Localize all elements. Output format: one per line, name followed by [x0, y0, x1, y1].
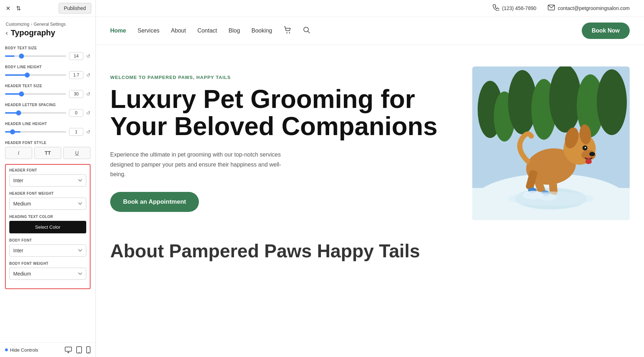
back-button[interactable]: ‹ [6, 29, 8, 37]
header-text-size-section: HEADER TEXT SIZE ↺ [5, 84, 91, 98]
hero-title: Luxury Pet Grooming for Your Beloved Com… [110, 86, 458, 140]
header-font-select[interactable]: Inter Roboto Open Sans Lato Montserrat [9, 174, 86, 187]
header-line-height-reset[interactable]: ↺ [86, 129, 91, 135]
search-button[interactable] [303, 26, 310, 35]
hide-controls-button[interactable]: Hide Controls [5, 347, 38, 353]
footer-icons [65, 346, 91, 353]
bold-style-button[interactable]: TT [34, 147, 62, 159]
body-font-weight-select[interactable]: Light Regular Medium Semi-Bold Bold [9, 268, 86, 280]
nav-links: Home Services About Contact Blog Booking [110, 26, 310, 35]
svg-point-9 [289, 32, 290, 33]
body-font-weight-label: BODY FONT WEIGHT [9, 262, 86, 266]
body-line-height-section: BODY LINE HEIGHT ↺ [5, 65, 91, 79]
body-text-size-value[interactable] [69, 52, 83, 60]
header-letter-spacing-slider[interactable] [5, 112, 66, 114]
nav-home[interactable]: Home [110, 28, 126, 34]
nav-blog[interactable]: Blog [229, 28, 240, 34]
nav-contact[interactable]: Contact [197, 28, 217, 34]
cart-button[interactable] [284, 26, 292, 35]
header-line-height-label: HEADER LINE HEIGHT [5, 122, 91, 126]
close-button[interactable]: ✕ [4, 4, 12, 13]
header-letter-spacing-section: HEADER LETTER SPACING ↺ [5, 103, 91, 117]
nav-booking[interactable]: Booking [252, 28, 272, 34]
body-font-section: BODY FONT Inter Roboto Open Sans [9, 238, 86, 257]
header-font-weight-label: HEADER FONT WEIGHT [9, 192, 86, 195]
svg-point-19 [597, 69, 627, 135]
topbar-left: ✕ ⇅ [4, 4, 22, 13]
header-letter-spacing-label: HEADER LETTER SPACING [5, 103, 91, 107]
header-text-size-label: HEADER TEXT SIZE [5, 84, 91, 88]
breadcrumb: Customizing › General Settings [0, 17, 96, 28]
header-font-section: HEADER FONT Inter Roboto Open Sans Lato … [9, 168, 86, 187]
site-navbar: Home Services About Contact Blog Booking… [96, 17, 644, 45]
select-color-button[interactable]: Select Color [9, 221, 86, 233]
undo-redo-button[interactable]: ⇅ [15, 4, 22, 13]
main-area: (123) 456-7890 contact@petgroomingsalon.… [96, 0, 644, 357]
heading-text-color-section: HEADING TEXT COLOR Select Color [9, 215, 86, 233]
left-panel: ✕ ⇅ Published Customizing › General Sett… [0, 0, 96, 357]
email-icon [548, 5, 555, 12]
body-line-height-reset[interactable]: ↺ [86, 72, 91, 78]
nav-services[interactable]: Services [137, 28, 159, 34]
desktop-icon [65, 347, 72, 353]
phone-number: (123) 456-7890 [502, 5, 536, 11]
header-text-size-slider[interactable] [5, 93, 66, 95]
header-text-size-value[interactable] [69, 90, 83, 98]
phone-icon [493, 4, 499, 12]
published-button[interactable]: Published [59, 3, 92, 14]
email-contact: contact@petgroomingsalon.com [548, 5, 630, 12]
svg-line-11 [308, 31, 310, 33]
header-font-weight-select[interactable]: Light Regular Medium Semi-Bold Bold [9, 198, 86, 210]
site-topbar: (123) 456-7890 contact@petgroomingsalon.… [96, 0, 644, 17]
hero-text: WELCOME TO PAMPERED PAWS, HAPPY TAILS Lu… [110, 75, 458, 212]
body-text-size-slider[interactable] [5, 55, 66, 57]
tablet-view-button[interactable] [76, 346, 82, 353]
tablet-icon [76, 346, 82, 353]
header-text-size-row: ↺ [5, 90, 91, 98]
book-appointment-button[interactable]: Book an Appointment [110, 192, 199, 212]
email-address: contact@petgroomingsalon.com [558, 5, 630, 11]
svg-point-6 [88, 352, 89, 353]
breadcrumb-part2: General Settings [34, 22, 65, 27]
cart-icon [284, 26, 292, 34]
body-line-height-slider[interactable] [5, 74, 66, 76]
svg-point-31 [585, 159, 592, 164]
body-text-size-row: ↺ [5, 52, 91, 60]
nav-about[interactable]: About [171, 28, 186, 34]
svg-point-4 [79, 352, 79, 353]
header-letter-spacing-reset[interactable]: ↺ [86, 110, 91, 116]
page-title: Typography [11, 28, 55, 38]
svg-point-28 [585, 147, 586, 148]
header-font-label: HEADER FONT [9, 168, 86, 172]
body-font-select[interactable]: Inter Roboto Open Sans [9, 244, 86, 257]
hero-dog-illustration [472, 66, 630, 220]
header-line-height-slider[interactable] [5, 131, 66, 133]
hide-controls-dot-icon [5, 348, 8, 351]
body-text-size-label: BODY TEXT SIZE [5, 46, 91, 50]
breadcrumb-arrow-icon: › [31, 22, 32, 27]
site-content: WELCOME TO PAMPERED PAWS, HAPPY TAILS Lu… [96, 45, 644, 357]
body-line-height-label: BODY LINE HEIGHT [5, 65, 91, 69]
panel-title-row: ‹ Typography [0, 28, 96, 42]
book-now-button[interactable]: Book Now [582, 23, 630, 39]
phone-contact: (123) 456-7890 [493, 4, 536, 12]
header-line-height-value[interactable] [69, 128, 83, 136]
italic-icon: I [18, 150, 19, 156]
header-text-size-reset[interactable]: ↺ [86, 91, 91, 97]
mobile-view-button[interactable] [86, 346, 91, 353]
desktop-view-button[interactable] [65, 346, 72, 353]
header-line-height-row: ↺ [5, 128, 91, 136]
body-text-size-reset[interactable]: ↺ [86, 53, 91, 59]
hide-controls-label: Hide Controls [10, 347, 38, 353]
svg-point-26 [589, 152, 595, 156]
header-letter-spacing-value[interactable] [69, 109, 83, 117]
hero-tagline: WELCOME TO PAMPERED PAWS, HAPPY TAILS [110, 75, 458, 80]
italic-style-button[interactable]: I [5, 147, 32, 159]
svg-rect-0 [65, 347, 72, 351]
hero-section: WELCOME TO PAMPERED PAWS, HAPPY TAILS Lu… [96, 45, 644, 242]
bottom-peek: About Pampered Paws Happy Tails [96, 242, 644, 263]
body-line-height-value[interactable] [69, 71, 83, 79]
header-line-height-section: HEADER LINE HEIGHT ↺ [5, 122, 91, 136]
underline-style-button[interactable]: U [63, 147, 91, 159]
highlighted-section: HEADER FONT Inter Roboto Open Sans Lato … [5, 164, 91, 289]
